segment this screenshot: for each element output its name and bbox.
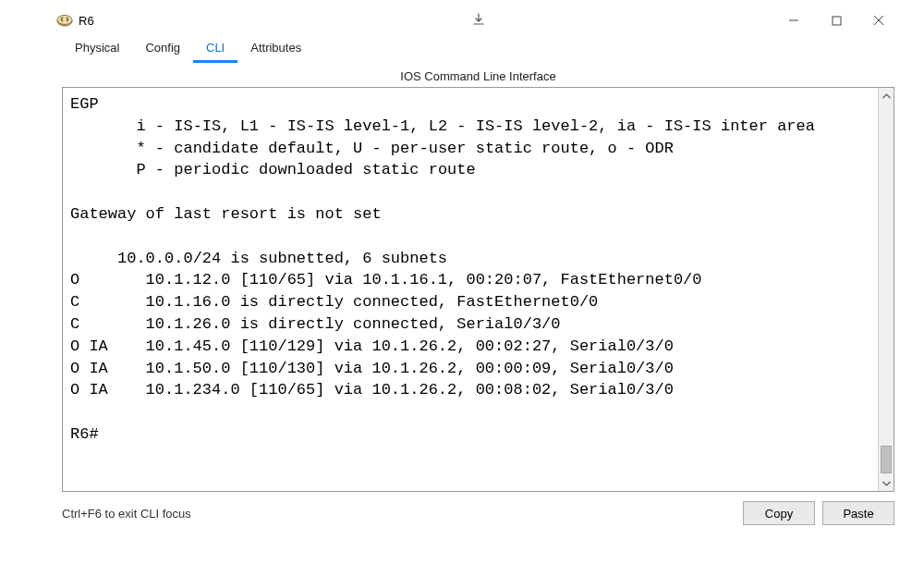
cli-output[interactable]: EGP i - IS-IS, L1 - IS-IS level-1, L2 - … [63, 88, 894, 491]
titlebar-center [472, 13, 485, 29]
scroll-up-button[interactable] [879, 88, 894, 104]
titlebar-controls [772, 6, 900, 34]
tab-config[interactable]: Config [132, 35, 193, 63]
footer: Ctrl+F6 to exit CLI focus Copy Paste [51, 492, 906, 525]
tab-cli[interactable]: CLI [193, 35, 237, 63]
svg-point-1 [57, 16, 72, 25]
scrollbar-vertical[interactable] [878, 88, 894, 491]
tab-bar: Physical Config CLI Attributes [51, 36, 906, 64]
router-icon [56, 12, 73, 29]
scroll-thumb[interactable] [881, 446, 892, 473]
titlebar-left: R6 [56, 12, 94, 29]
panel-title: IOS Command Line Interface [51, 64, 906, 87]
scroll-track[interactable] [879, 104, 894, 475]
tab-physical[interactable]: Physical [62, 35, 132, 63]
footer-buttons: Copy Paste [743, 501, 894, 525]
scroll-down-button[interactable] [879, 475, 894, 491]
download-icon [472, 13, 485, 29]
maximize-button[interactable] [815, 6, 857, 34]
copy-button[interactable]: Copy [743, 501, 815, 525]
cli-panel: EGP i - IS-IS, L1 - IS-IS level-1, L2 - … [62, 87, 894, 492]
window-title: R6 [79, 14, 94, 28]
paste-button[interactable]: Paste [822, 501, 894, 525]
app-window: R6 Physical Config CLI Attributes [51, 5, 906, 559]
footer-hint: Ctrl+F6 to exit CLI focus [62, 507, 191, 521]
minimize-button[interactable] [772, 6, 815, 34]
tab-attributes[interactable]: Attributes [237, 35, 314, 63]
svg-rect-2 [833, 17, 841, 25]
titlebar: R6 [51, 5, 906, 36]
close-button[interactable] [857, 6, 900, 34]
